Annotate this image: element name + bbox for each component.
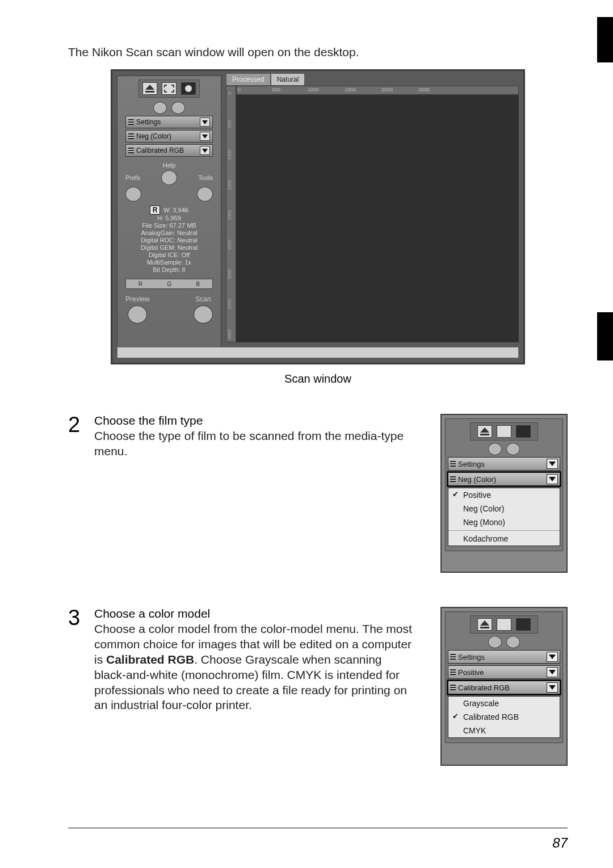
top-icon-row [138, 79, 200, 98]
thumb2-zoomrow [448, 443, 560, 455]
info-panel: RW: 3,946 H: 5,959 File Size: 67.27 MB A… [125, 206, 213, 274]
thumb2-filmtype[interactable]: Neg (Color) [448, 472, 560, 486]
eject-icon[interactable] [142, 82, 157, 95]
info-bitdepth: Bit Depth: 8 [125, 266, 213, 274]
step-number-2: 2 [68, 414, 86, 435]
step3-thumbnail: Settings Positive Calibrated RGB Graysca… [440, 607, 568, 766]
zoom-row [153, 102, 185, 114]
chevron-down-icon [547, 652, 558, 662]
thumb2-iconrow [470, 422, 538, 441]
b-label: B [196, 281, 200, 287]
thumb3-colormodel[interactable]: Calibrated RGB [448, 681, 560, 694]
zoom-out-icon[interactable] [488, 636, 502, 648]
tools-button[interactable] [197, 187, 213, 202]
film-type-dropdown[interactable]: Neg (Color) [125, 130, 213, 142]
info-height: H: 5,959 [125, 215, 213, 222]
info-multisample: MultiSample: 1x [125, 259, 213, 266]
list-icon [450, 476, 456, 482]
thumb3-filmtype[interactable]: Positive [448, 665, 560, 679]
step-2: 2 Choose the film type Choose the type o… [68, 414, 568, 573]
scrollbar-horizontal[interactable] [117, 347, 519, 358]
menu-neg-mono[interactable]: Neg (Mono) [448, 515, 560, 529]
list-icon [128, 148, 134, 153]
zoom-out-icon[interactable] [153, 102, 167, 114]
prefs-tools-row: Prefs Tools [125, 170, 213, 185]
eject-icon[interactable] [477, 618, 492, 631]
menu-kodachrome[interactable]: Kodachrome [448, 532, 560, 546]
color-model-label: Calibrated RGB [136, 146, 184, 154]
zoom-in-icon[interactable] [506, 443, 520, 455]
zoom-in-icon[interactable] [506, 636, 520, 648]
scan-window: Settings Neg (Color) Calibrated RGB Help… [111, 69, 525, 364]
thumb2-settings[interactable]: Settings [448, 457, 560, 471]
menu-grayscale[interactable]: Grayscale [448, 697, 560, 710]
intro-text: The Nikon Scan scan window will open on … [68, 45, 568, 59]
color-model-dropdown[interactable]: Calibrated RGB [125, 144, 213, 157]
scan-button[interactable] [194, 305, 213, 324]
list-icon [450, 669, 456, 675]
figure-caption: Scan window [68, 372, 568, 385]
info-roc: Digital ROC: Neutral [125, 237, 213, 244]
page-number: 87 [552, 835, 568, 851]
ruler-vertical: 0 500 1000 1500 2000 2500 3000 3500 4000 [226, 86, 236, 342]
svg-rect-6 [480, 627, 489, 628]
menu-calibrated-rgb[interactable]: Calibrated RGB [448, 710, 560, 724]
svg-marker-0 [145, 85, 154, 90]
menu-cmyk[interactable]: CMYK [448, 724, 560, 737]
step3-text: Choose a color model from the color-mode… [94, 622, 412, 713]
chevron-down-icon [547, 667, 558, 677]
preview-tabs: Processed Natural [226, 73, 305, 86]
tab-natural[interactable]: Natural [271, 73, 305, 86]
settings-label: Settings [136, 118, 161, 126]
list-icon [128, 133, 134, 139]
eject-icon[interactable] [477, 425, 492, 438]
autofocus-icon[interactable] [497, 425, 511, 438]
action-buttons: Preview Scan [125, 295, 213, 324]
tab-processed[interactable]: Processed [226, 73, 271, 86]
autoexpose-icon[interactable] [181, 82, 196, 95]
preview-button[interactable] [128, 305, 147, 324]
menu-positive[interactable]: Positive [448, 488, 560, 502]
autofocus-icon[interactable] [497, 618, 511, 631]
prefs-button[interactable] [125, 187, 141, 202]
film-type-label: Neg (Color) [136, 132, 171, 140]
svg-point-2 [185, 85, 192, 92]
step2-title: Choose the film type [94, 414, 415, 427]
control-panel: Settings Neg (Color) Calibrated RGB Help… [117, 76, 221, 348]
autoexpose-icon[interactable] [516, 425, 531, 438]
preview-label: Preview [125, 295, 150, 303]
info-analoggain: AnalogGain: Neutral [125, 229, 213, 237]
chevron-down-icon [200, 146, 210, 155]
tools-label: Tools [198, 174, 213, 181]
settings-dropdown[interactable]: Settings [125, 116, 213, 128]
ruler-horizontal: 0 500 1000 1500 2000 2500 [236, 86, 519, 95]
preview-area[interactable] [236, 95, 519, 342]
orientation-chip: R [150, 206, 160, 215]
filmtype-menu: Positive Neg (Color) Neg (Mono) Kodachro… [448, 488, 560, 546]
svg-marker-3 [480, 427, 489, 433]
chevron-down-icon [200, 118, 210, 127]
step2-text: Choose the type of film to be scanned fr… [94, 429, 412, 459]
colormodel-menu: Grayscale Calibrated RGB CMYK [448, 696, 560, 738]
zoom-in-icon[interactable] [171, 102, 185, 114]
list-icon [450, 654, 456, 660]
list-icon [450, 685, 456, 690]
svg-rect-1 [145, 91, 154, 93]
menu-neg-color[interactable]: Neg (Color) [448, 502, 560, 515]
help-button[interactable] [161, 170, 177, 185]
autofocus-icon[interactable] [162, 82, 177, 95]
zoom-out-icon[interactable] [488, 443, 502, 455]
list-icon [128, 119, 134, 125]
chevron-down-icon [547, 459, 558, 469]
chevron-down-icon [547, 474, 558, 484]
step-number-3: 3 [68, 607, 86, 628]
prefs-label: Prefs [125, 174, 140, 181]
helpers-row: Help [125, 162, 213, 169]
step2-thumbnail: Settings Neg (Color) Positive Neg (Color… [440, 414, 568, 573]
thumb3-settings[interactable]: Settings [448, 650, 560, 664]
list-icon [450, 461, 456, 467]
autoexpose-icon[interactable] [516, 618, 531, 631]
help-label: Help [125, 162, 213, 169]
info-ice: Digital ICE: Off [125, 251, 213, 259]
svg-rect-4 [480, 434, 489, 435]
